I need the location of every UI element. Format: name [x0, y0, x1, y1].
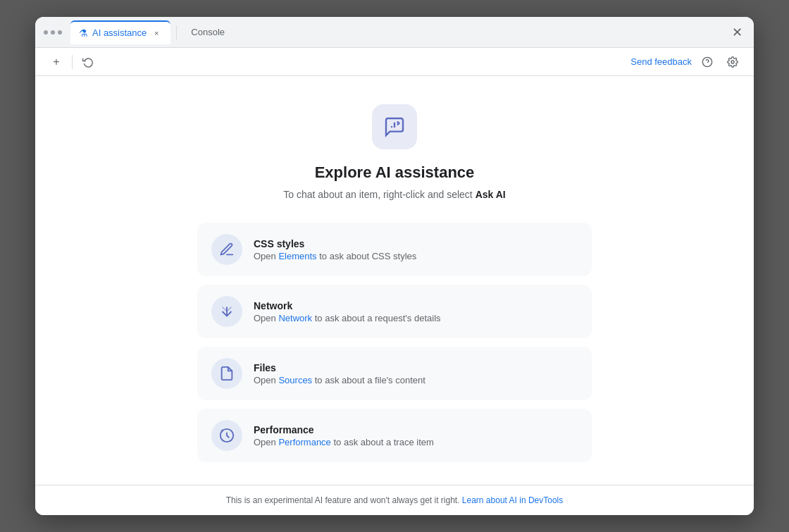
settings-icon	[727, 56, 738, 68]
files-card-text: Files Open Sources to ask about a file's…	[254, 362, 578, 385]
ai-chat-icon	[383, 116, 406, 138]
files-icon-wrap	[211, 358, 242, 389]
network-icon	[219, 304, 235, 319]
toolbar-divider	[72, 55, 73, 69]
toolbar: + Send feedback	[35, 48, 754, 76]
network-link[interactable]: Network	[278, 313, 312, 323]
help-button[interactable]	[697, 52, 717, 72]
performance-card[interactable]: Performance Open Performance to ask abou…	[197, 409, 592, 462]
tab-group: ⚗ AI assistance × Console	[70, 20, 723, 44]
css-icon-wrap	[211, 234, 242, 265]
network-card-title: Network	[254, 300, 578, 311]
performance-card-title: Performance	[254, 424, 578, 435]
history-button[interactable]	[78, 52, 98, 72]
window-dots	[44, 30, 62, 35]
cards-container: CSS styles Open Elements to ask about CS…	[197, 223, 592, 462]
performance-card-desc: Open Performance to ask about a trace it…	[254, 437, 578, 447]
performance-card-text: Performance Open Performance to ask abou…	[254, 424, 578, 447]
css-card-title: CSS styles	[254, 238, 578, 249]
performance-link[interactable]: Performance	[278, 437, 330, 447]
window-close-button[interactable]: ✕	[728, 24, 745, 41]
css-styles-card[interactable]: CSS styles Open Elements to ask about CS…	[197, 223, 592, 276]
add-button[interactable]: +	[46, 52, 66, 72]
css-icon	[219, 242, 235, 257]
title-bar: ⚗ AI assistance × Console ✕	[35, 17, 754, 48]
main-content: Explore AI assistance To chat about an i…	[35, 76, 754, 485]
dot-3	[58, 30, 62, 35]
learn-more-link[interactable]: Learn about AI in DevTools	[462, 495, 563, 505]
network-icon-wrap	[211, 296, 242, 327]
files-card-desc: Open Sources to ask about a file's conte…	[254, 375, 578, 385]
ai-tab-label: AI assistance	[92, 27, 147, 38]
svg-point-2	[731, 61, 734, 63]
elements-link[interactable]: Elements	[278, 251, 316, 261]
page-subtitle: To chat about an item, right-click and s…	[283, 189, 505, 200]
hero-icon-container	[372, 104, 417, 149]
performance-icon	[219, 428, 235, 443]
performance-icon-wrap	[211, 420, 242, 451]
settings-button[interactable]	[723, 52, 743, 72]
toolbar-right: Send feedback	[630, 52, 743, 72]
footer: This is an experimental AI feature and w…	[35, 485, 754, 515]
css-card-text: CSS styles Open Elements to ask about CS…	[254, 238, 578, 261]
tab-ai-assistance[interactable]: ⚗ AI assistance ×	[70, 20, 170, 44]
files-icon	[219, 366, 235, 381]
ai-tab-close[interactable]: ×	[151, 27, 162, 39]
devtools-window: ⚗ AI assistance × Console ✕ + Send feedb…	[35, 17, 754, 515]
dot-2	[51, 30, 55, 35]
files-card-title: Files	[254, 362, 578, 373]
history-icon	[82, 56, 94, 68]
tab-console[interactable]: Console	[182, 20, 233, 44]
console-tab-label: Console	[191, 27, 225, 37]
dot-1	[44, 30, 48, 35]
send-feedback-link[interactable]: Send feedback	[630, 56, 692, 67]
network-card-desc: Open Network to ask about a request's de…	[254, 313, 578, 323]
css-card-desc: Open Elements to ask about CSS styles	[254, 251, 578, 261]
sources-link[interactable]: Sources	[278, 375, 312, 385]
files-card[interactable]: Files Open Sources to ask about a file's…	[197, 347, 592, 400]
network-card[interactable]: Network Open Network to ask about a requ…	[197, 285, 592, 338]
page-title: Explore AI assistance	[315, 163, 475, 182]
help-icon	[702, 56, 713, 68]
tab-separator	[176, 25, 177, 39]
network-card-text: Network Open Network to ask about a requ…	[254, 300, 578, 323]
ai-tab-icon: ⚗	[79, 27, 88, 39]
